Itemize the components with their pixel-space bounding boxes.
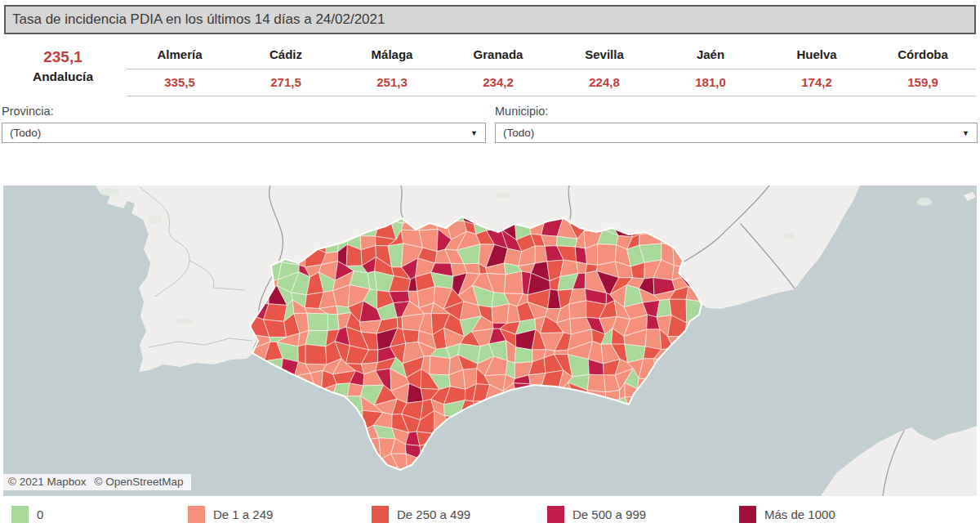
provincia-select-value: (Todo) xyxy=(10,127,41,139)
province-name: Córdoba xyxy=(870,46,976,69)
park-area xyxy=(176,318,193,324)
legend-swatch-green xyxy=(11,506,29,523)
legend-label: 0 xyxy=(37,507,43,521)
province-value: 181,0 xyxy=(657,69,764,96)
region-incidence-value: 235,1 xyxy=(10,48,116,66)
legend-label: De 250 a 499 xyxy=(397,507,470,521)
chevron-down-icon: ▼ xyxy=(470,129,478,137)
map-attribution: © 2021 Mapbox© OpenStreetMap xyxy=(3,474,191,490)
provincia-select[interactable]: (Todo) ▼ xyxy=(2,123,486,143)
municipality-cell[interactable] xyxy=(505,271,523,294)
legend-item[interactable]: Más de 1000 xyxy=(739,506,835,523)
municipality-cell[interactable] xyxy=(305,344,327,364)
municipality-cell[interactable] xyxy=(569,301,586,319)
legend-label: De 500 a 999 xyxy=(572,507,646,521)
province-value: 174,2 xyxy=(764,69,870,96)
province-name: Granada xyxy=(445,46,551,69)
park-area xyxy=(782,233,795,239)
map-legend: 0 De 1 a 249 De 250 a 499 De 500 a 999 M… xyxy=(11,506,835,523)
legend-swatch-crimson xyxy=(547,506,564,523)
legend-swatch-salmon xyxy=(188,506,205,523)
province-values-row: 335,5 271,5 251,3 234,2 224,8 181,0 174,… xyxy=(127,69,976,96)
municipality-cell[interactable] xyxy=(577,262,587,273)
legend-label: De 1 a 249 xyxy=(213,507,273,521)
municipality-cell[interactable] xyxy=(555,350,568,355)
map-canvas[interactable] xyxy=(3,186,977,496)
provincia-filter: Provincia: (Todo) ▼ xyxy=(2,105,486,143)
province-value: 335,5 xyxy=(127,69,233,96)
choropleth-map[interactable]: © 2021 Mapbox© OpenStreetMap xyxy=(3,186,977,496)
municipality-cell[interactable] xyxy=(645,329,662,350)
provincia-filter-label: Provincia: xyxy=(2,105,486,118)
region-name: Andalucía xyxy=(10,69,116,84)
mapbox-attribution: © 2021 Mapbox xyxy=(8,476,87,488)
chevron-down-icon: ▼ xyxy=(962,129,969,137)
municipality-cell[interactable] xyxy=(305,330,327,346)
province-name: Cádiz xyxy=(233,46,339,69)
municipality-cell[interactable] xyxy=(307,313,328,330)
page-title: Tasa de incidencia PDIA en los últimos 1… xyxy=(4,5,976,34)
legend-swatch-dark-crimson xyxy=(739,506,756,523)
park-area xyxy=(149,216,162,224)
province-name: Huelva xyxy=(764,46,870,69)
municipio-filter: Municipio: (Todo) ▼ xyxy=(495,105,978,143)
province-name: Málaga xyxy=(339,46,445,69)
province-value: 234,2 xyxy=(445,69,551,96)
municipality-cell[interactable] xyxy=(492,304,509,324)
legend-item[interactable]: De 500 a 999 xyxy=(547,506,739,523)
legend-item[interactable]: De 1 a 249 xyxy=(188,506,372,523)
municipio-select-value: (Todo) xyxy=(503,127,534,139)
legend-item[interactable]: De 250 a 499 xyxy=(372,506,547,523)
province-value: 251,3 xyxy=(339,69,445,96)
osm-attribution: © OpenStreetMap xyxy=(95,476,184,488)
park-area xyxy=(496,192,510,199)
province-table: Almería Cádiz Málaga Granada Sevilla Jaé… xyxy=(127,46,976,96)
province-name: Sevilla xyxy=(551,46,657,69)
park-area xyxy=(100,188,119,196)
region-summary: 235,1 Andalucía xyxy=(10,48,116,84)
legend-swatch-red xyxy=(372,506,389,523)
legend-item[interactable]: 0 xyxy=(11,506,188,523)
municipality-cell[interactable] xyxy=(430,356,451,375)
dashboard: Tasa de incidencia PDIA en los últimos 1… xyxy=(0,0,980,532)
province-value: 159,9 xyxy=(870,69,976,96)
legend-label: Más de 1000 xyxy=(764,507,835,521)
province-name: Almería xyxy=(127,46,233,69)
municipio-select[interactable]: (Todo) ▼ xyxy=(495,123,978,143)
municipality-cell[interactable] xyxy=(327,314,339,330)
municipality-cell[interactable] xyxy=(588,374,606,391)
province-header-row: Almería Cádiz Málaga Granada Sevilla Jaé… xyxy=(127,46,976,69)
province-name: Jaén xyxy=(657,46,764,69)
province-value: 271,5 xyxy=(233,69,339,96)
municipio-filter-label: Municipio: xyxy=(495,105,978,118)
municipality-cell[interactable] xyxy=(403,329,419,343)
municipality-cell[interactable] xyxy=(298,344,305,364)
park-area xyxy=(917,198,932,206)
province-value: 224,8 xyxy=(551,69,657,96)
municipality-cell[interactable] xyxy=(514,347,532,364)
